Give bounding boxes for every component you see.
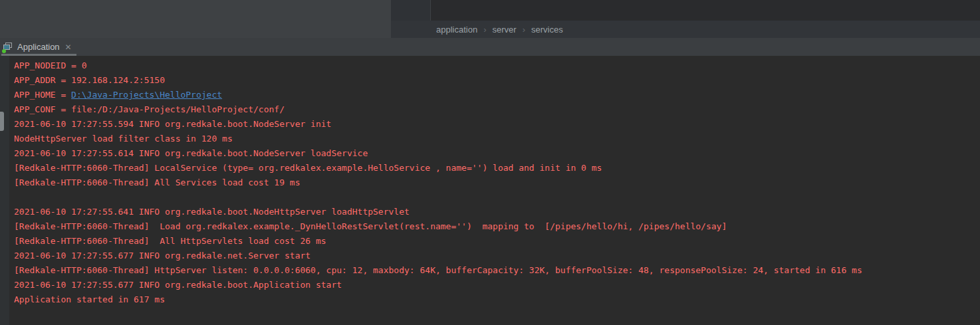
log-line: [Redkale-HTTP:6060-Thread] HttpServer li… [14,263,973,278]
log-line [14,190,973,205]
log-line: APP_HOME = D:\Java-Projects\HelloProject [14,88,973,102]
log-text: 2021-06-10 17:27:55.677 INFO org.redkale… [14,280,342,290]
file-path-link[interactable]: D:\Java-Projects\HelloProject [71,90,222,100]
log-line: APP_NODEID = 0 [14,58,973,73]
breadcrumb-separator-icon: › [517,25,531,35]
log-text: [Redkale-HTTP:6060-Thread] HttpServer li… [14,265,862,275]
log-text: APP_NODEID = 0 [14,60,87,70]
editor-right-panel [430,0,980,21]
log-line: 2021-06-10 17:27:55.594 INFO org.redkale… [14,117,973,132]
tab-application[interactable]: Application ✕ [0,38,78,56]
log-text: APP_CONF = file:/D:/Java-Projects/HelloP… [14,104,285,114]
tab-close-icon[interactable]: ✕ [65,43,72,51]
log-text: APP_ADDR = 192.168.124.2:5150 [14,75,165,85]
log-line: APP_ADDR = 192.168.124.2:5150 [14,73,973,88]
breadcrumb: application›server›services [391,21,980,38]
log-text: 2021-06-10 17:27:55.677 INFO org.redkale… [14,251,310,261]
run-console-icon [3,42,13,53]
log-text: [Redkale-HTTP:6060-Thread] LocalService … [14,163,602,173]
log-text: [Redkale-HTTP:6060-Thread] Load org.redk… [14,221,727,231]
log-line: APP_CONF = file:/D:/Java-Projects/HelloP… [14,102,973,117]
log-line: [Redkale-HTTP:6060-Thread] All Services … [14,175,973,190]
breadcrumb-separator-icon: › [477,25,492,35]
tab-application-label: Application [17,42,60,52]
log-line: 2021-06-10 17:27:55.677 INFO org.redkale… [14,249,973,263]
log-text: 2021-06-10 17:27:55.641 INFO org.redkale… [14,207,410,217]
log-text: 2021-06-10 17:27:55.614 INFO org.redkale… [14,148,368,158]
console-gutter [0,56,9,325]
run-console: APP_NODEID = 0APP_ADDR = 192.168.124.2:5… [0,56,980,325]
log-line: [Redkale-HTTP:6060-Thread] LocalService … [14,161,973,175]
log-text: NodeHttpServer load filter class in 120 … [14,134,233,144]
run-tab-bar: Application ✕ [0,38,980,56]
log-text: [Redkale-HTTP:6060-Thread] All HttpServl… [14,236,326,246]
console-log: APP_NODEID = 0APP_ADDR = 192.168.124.2:5… [14,58,973,307]
log-line: [Redkale-HTTP:6060-Thread] Load org.redk… [14,219,973,234]
log-line: 2021-06-10 17:27:55.614 INFO org.redkale… [14,146,973,161]
breadcrumb-item-application[interactable]: application [436,25,477,35]
log-line: 2021-06-10 17:27:55.677 INFO org.redkale… [14,278,973,292]
log-text: Application started in 617 ms [14,294,165,304]
log-line: [Redkale-HTTP:6060-Thread] All HttpServl… [14,234,973,249]
breadcrumb-item-services[interactable]: services [531,25,563,35]
editor-pane[interactable] [0,0,391,38]
editor-gutter-panel [391,0,430,21]
running-status-dot [2,49,6,53]
log-line: 2021-06-10 17:27:55.641 INFO org.redkale… [14,205,973,219]
scrollbar-thumb[interactable] [0,112,4,131]
log-line: NodeHttpServer load filter class in 120 … [14,132,973,146]
log-text: [Redkale-HTTP:6060-Thread] All Services … [14,177,300,187]
log-text: 2021-06-10 17:27:55.594 INFO org.redkale… [14,119,331,129]
log-text: APP_HOME = [14,90,71,100]
log-line: Application started in 617 ms [14,292,973,307]
breadcrumb-item-server[interactable]: server [493,25,517,35]
ide-window: application›server›services Application … [0,0,980,325]
